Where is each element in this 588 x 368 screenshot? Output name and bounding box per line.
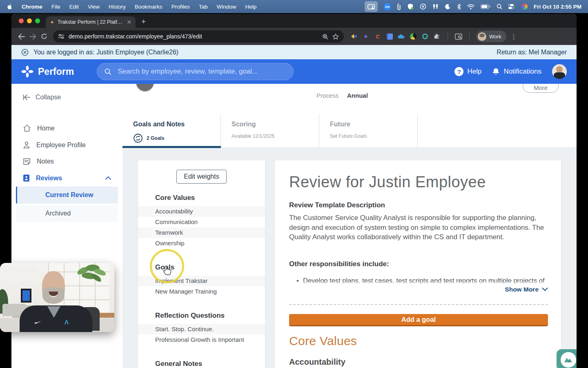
browser-profile-button[interactable]: Work [476, 31, 506, 42]
zoom-app-icon[interactable]: zm [384, 2, 391, 11]
reload-button[interactable] [38, 31, 50, 42]
forward-button[interactable] [27, 31, 38, 42]
more-button[interactable]: More [523, 84, 559, 93]
review-panel: Review for Justin Employee Review Templa… [274, 160, 561, 368]
search-icon [105, 68, 111, 75]
site-settings-icon[interactable] [58, 34, 65, 39]
zoom-page-icon[interactable] [322, 34, 328, 40]
display-capture-icon[interactable] [365, 1, 378, 12]
sidebar-item-home[interactable]: Home [11, 120, 122, 137]
weights-item[interactable]: Communication [138, 217, 265, 227]
tab-capture-icon[interactable] [455, 33, 462, 40]
moon-icon[interactable] [445, 2, 451, 11]
menu-history[interactable]: History [109, 4, 126, 10]
weights-item[interactable]: New Manager Training [138, 286, 265, 297]
collapse-arrow-icon [23, 94, 30, 100]
help-button[interactable]: ? Help [454, 67, 481, 76]
shield-icon[interactable] [407, 2, 414, 11]
menu-edit[interactable]: Edit [69, 4, 79, 10]
tab-scoring[interactable]: Scoring Available 12/1/2025 [221, 114, 319, 148]
menu-help[interactable]: Help [245, 4, 256, 10]
extension-ring-icon[interactable] [421, 33, 429, 40]
fullscreen-window-button[interactable] [35, 18, 40, 23]
bookmark-star-icon[interactable] [332, 34, 339, 40]
return-as-link[interactable]: Return as: Mel Manager [497, 49, 567, 56]
extensions-row: ✦ C [350, 32, 472, 40]
edit-weights-button[interactable]: Edit weights [176, 170, 226, 184]
brand-name: Perform [38, 66, 74, 77]
menu-bookmarks[interactable]: Bookmarks [135, 4, 163, 10]
home-icon [23, 124, 31, 132]
note-icon [23, 158, 31, 165]
user-avatar[interactable] [552, 64, 567, 79]
brand[interactable]: Perform [21, 65, 74, 78]
sidebar-item-notes[interactable]: Notes [11, 153, 122, 170]
minimize-window-button[interactable] [27, 18, 32, 23]
dial-icon[interactable] [420, 2, 426, 11]
close-window-button[interactable] [19, 18, 24, 23]
tab-goals-and-notes[interactable]: Goals and Notes 2 Goals [122, 114, 221, 148]
annual-label[interactable]: Annual [347, 92, 368, 99]
extension-pie-icon[interactable] [410, 33, 417, 40]
notifications-button[interactable]: Notifications [492, 67, 541, 76]
chevron-up-icon [105, 176, 111, 180]
paperclip-icon[interactable] [397, 2, 401, 11]
weights-item[interactable]: Teamwork [138, 227, 265, 238]
sidebar-subitem-archived[interactable]: Archived [16, 205, 118, 222]
search-input[interactable] [117, 67, 286, 76]
sidebar-nav: Home Employee Profile Notes [11, 120, 122, 222]
weights-item[interactable]: Ownership [138, 238, 265, 249]
extensions-puzzle-icon[interactable] [433, 33, 441, 40]
url-text[interactable]: demo.perform.trakstar.com/employee_plans… [69, 33, 318, 40]
process-label[interactable]: Process [316, 92, 339, 99]
review-badge-icon [23, 174, 30, 182]
control-center-icon[interactable] [508, 2, 515, 11]
weights-panel: Edit weights Core Values Accountability … [138, 160, 265, 368]
banner-close-icon[interactable] [21, 49, 29, 56]
menu-bar-menus: Chrome File Edit View History Bookmarks … [7, 2, 256, 11]
battery-icon[interactable] [481, 2, 490, 11]
extension-sparkle-icon[interactable]: ✦ [362, 33, 370, 40]
tab-future[interactable]: Future Set Future Goals [319, 114, 418, 148]
sidebar-item-label: Reviews [36, 175, 62, 182]
menu-chrome[interactable]: Chrome [22, 4, 42, 10]
add-goal-button[interactable]: Add a goal [289, 314, 548, 326]
show-more-link[interactable]: Show More [289, 286, 548, 293]
global-search[interactable] [97, 63, 294, 80]
browser-tab[interactable]: ✦ Trakstar Perform | 22 Platform ✕ [46, 16, 136, 28]
tab-close-icon[interactable]: ✕ [127, 19, 131, 25]
extension-c-icon[interactable]: C [374, 33, 381, 40]
extension-docs-icon[interactable] [386, 33, 393, 40]
color-profile-icon[interactable] [521, 2, 528, 11]
menu-tab[interactable]: Tab [199, 4, 208, 10]
extension-cloud-icon[interactable] [398, 33, 405, 40]
weights-item[interactable]: Start. Stop. Continue. [138, 324, 265, 334]
back-button[interactable] [16, 31, 27, 42]
weights-item[interactable]: Professional Growth is Important [138, 334, 265, 345]
address-bar[interactable]: demo.perform.trakstar.com/employee_plans… [53, 30, 344, 43]
extension-arrow-icon[interactable] [350, 33, 358, 40]
menu-view[interactable]: View [88, 4, 100, 10]
sidebar-collapse-button[interactable]: Collapse [11, 91, 122, 103]
sidebar-item-reviews[interactable]: Reviews [11, 170, 122, 186]
bluetooth-icon[interactable] [457, 2, 461, 11]
new-tab-button[interactable]: + [141, 17, 146, 26]
airpods-icon[interactable] [432, 2, 439, 11]
spotlight-icon[interactable] [497, 2, 502, 11]
employee-avatar [136, 84, 154, 92]
apple-menu-icon[interactable] [7, 2, 13, 11]
impersonation-banner: You are logged in as: Justin Employee (C… [11, 45, 577, 59]
weights-item[interactable]: Accountability [138, 206, 265, 217]
webcam-overlay[interactable]: Λ ITRATECH [0, 263, 114, 332]
menu-profiles[interactable]: Profiles [172, 4, 190, 10]
sidebar-subitem-current-review[interactable]: Current Review [16, 186, 118, 204]
browser-menu-icon[interactable]: ⋮ [510, 33, 517, 40]
review-scroll-area[interactable]: Edit weights Core Values Accountability … [122, 148, 577, 368]
menu-bar-clock[interactable]: Fri Oct 10 2:55 PM [534, 4, 581, 10]
weights-item[interactable]: Implement Trakstar [138, 276, 265, 286]
wifi-icon[interactable] [467, 2, 474, 11]
menu-file[interactable]: File [51, 4, 60, 10]
menu-window[interactable]: Window [216, 4, 236, 10]
chat-widget-button[interactable] [557, 349, 577, 368]
sidebar-item-employee-profile[interactable]: Employee Profile [11, 137, 122, 153]
